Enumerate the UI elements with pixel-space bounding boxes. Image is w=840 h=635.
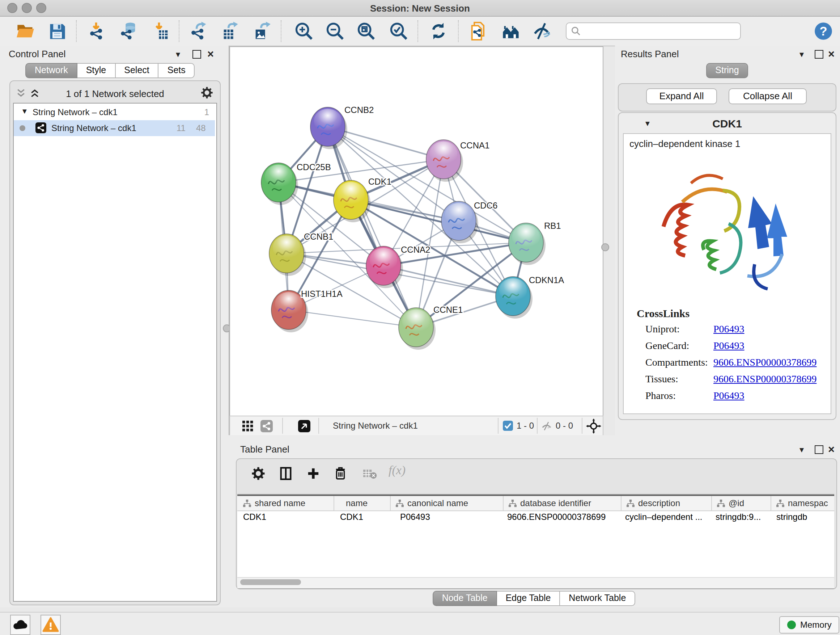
table-panel-close-icon[interactable]: ✕ xyxy=(828,445,835,455)
network-tree-child-row[interactable]: String Network – cdk1 11 48 xyxy=(14,120,215,136)
zoom-in-icon[interactable] xyxy=(294,22,313,41)
tab-style[interactable]: Style xyxy=(77,63,116,78)
network-status-dot xyxy=(19,125,25,131)
control-panel-menu-icon[interactable]: ▾ xyxy=(176,49,180,59)
network-node-CCNB1[interactable]: CCNB1 xyxy=(269,232,333,276)
title-bar: Session: New Session xyxy=(0,0,840,17)
cloud-button[interactable] xyxy=(10,615,30,635)
tab-network-table[interactable]: Network Table xyxy=(559,591,635,606)
crosslinks-title: CrossLinks xyxy=(637,308,690,320)
tree-expand-icon[interactable]: ▼ xyxy=(21,107,28,115)
crosslink-link[interactable]: P06493 xyxy=(714,390,745,402)
network-node-CCNA1[interactable]: CCNA1 xyxy=(426,140,489,182)
network-node-HIST1H1A[interactable]: HIST1H1A xyxy=(271,289,343,333)
crosslink-link[interactable]: P06493 xyxy=(714,340,745,352)
expand-all-button[interactable]: Expand All xyxy=(646,88,717,104)
right-splitter-handle[interactable] xyxy=(601,243,609,251)
cell-namespace: stringdb xyxy=(776,512,831,522)
tab-select[interactable]: Select xyxy=(115,63,159,78)
cell-database-identifier: 9606.ENSP00000378699 xyxy=(507,512,617,522)
network-node-CCNA2[interactable]: CCNA2 xyxy=(366,245,430,288)
column-header[interactable]: description xyxy=(638,498,707,508)
import-database-icon[interactable] xyxy=(119,22,138,41)
network-node-CDK1[interactable]: CDK1 xyxy=(333,177,392,222)
memory-button[interactable]: Memory xyxy=(779,616,840,633)
import-network-icon[interactable] xyxy=(88,22,107,41)
crosslink-link[interactable]: 9606.ENSP00000378699 xyxy=(714,357,816,369)
crosslink-label: Tissues: xyxy=(645,374,678,385)
column-header[interactable]: namespac xyxy=(788,498,833,508)
hide-selected-icon[interactable] xyxy=(532,22,551,41)
import-table-icon[interactable] xyxy=(152,22,171,41)
zoom-out-icon[interactable] xyxy=(325,22,344,41)
fit-content-crosshair-icon[interactable] xyxy=(586,418,601,434)
table-header-row: shared name name canonical name database… xyxy=(237,494,834,511)
zoom-fit-icon[interactable] xyxy=(357,22,376,41)
crosslink-link[interactable]: 9606.ENSP00000378699 xyxy=(714,374,816,385)
network-view-icon[interactable] xyxy=(261,420,273,432)
main-toolbar: ? xyxy=(0,17,840,46)
string-import-icon[interactable] xyxy=(469,22,488,41)
export-image-icon[interactable] xyxy=(253,22,271,41)
control-panel-float-icon[interactable] xyxy=(193,50,201,59)
help-icon[interactable]: ? xyxy=(814,22,833,41)
column-header[interactable]: shared name xyxy=(255,498,331,508)
network-node-RB1[interactable]: RB1 xyxy=(508,221,561,265)
shared-column-icon xyxy=(776,500,784,508)
save-session-icon[interactable] xyxy=(48,22,66,41)
table-hscrollbar[interactable] xyxy=(237,577,834,587)
create-column-icon[interactable] xyxy=(306,466,321,481)
table-settings-gear-icon[interactable] xyxy=(251,466,265,481)
network-node-CDKN1A[interactable]: CDKN1A xyxy=(496,275,564,318)
export-table-icon[interactable] xyxy=(221,22,240,41)
table-panel-title: Table Panel xyxy=(240,444,289,455)
search-input[interactable] xyxy=(584,24,739,38)
network-node-CCNE1[interactable]: CCNE1 xyxy=(399,305,463,350)
crosslink-link[interactable]: P06493 xyxy=(714,324,745,335)
netbar-separator xyxy=(282,418,283,434)
table-panel-menu-icon[interactable]: ▾ xyxy=(799,445,804,455)
results-panel-close-icon[interactable]: ✕ xyxy=(828,49,835,59)
delete-column-icon[interactable] xyxy=(333,466,348,481)
node-label-RB1: RB1 xyxy=(544,221,561,231)
tab-sets[interactable]: Sets xyxy=(158,63,195,78)
hidden-eye-icon[interactable] xyxy=(541,421,552,432)
column-header[interactable]: canonical name xyxy=(407,498,498,508)
node-label-CDKN1A: CDKN1A xyxy=(529,275,564,285)
protein-details: cyclin–dependent kinase 1 CrossLinks xyxy=(623,133,831,414)
warnings-button[interactable] xyxy=(41,615,61,635)
tab-edge-table[interactable]: Edge Table xyxy=(496,591,561,606)
column-header[interactable]: database identifier xyxy=(520,498,616,508)
zoom-selected-icon[interactable] xyxy=(389,22,408,41)
network-options-gear-icon[interactable] xyxy=(201,86,213,99)
network-canvas[interactable]: CCNB2CCNA1CDC25BCDK1CDC6RB1CCNB1CCNA2CDK… xyxy=(229,46,603,417)
netbar-separator xyxy=(318,418,319,434)
results-panel-menu-icon[interactable]: ▾ xyxy=(799,49,804,59)
tab-string[interactable]: String xyxy=(706,63,748,78)
table-panel-float-icon[interactable] xyxy=(815,445,823,454)
column-header[interactable]: name xyxy=(346,498,388,508)
grid-view-icon[interactable] xyxy=(242,421,253,432)
open-session-icon[interactable] xyxy=(16,22,35,41)
collapse-all-button[interactable]: Collapse All xyxy=(729,88,807,104)
column-header[interactable]: @id xyxy=(729,498,766,508)
network-node-CDC6[interactable]: CDC6 xyxy=(441,201,497,243)
network-tree-root-row[interactable]: ▼ String Network – cdk1 1 xyxy=(14,105,215,120)
network-node-CCNB2[interactable]: CCNB2 xyxy=(310,105,374,149)
control-panel-close-icon[interactable]: ✕ xyxy=(207,49,214,59)
tab-network[interactable]: Network xyxy=(25,63,77,78)
network-tab-body: 1 of 1 Network selected ▼ String Network… xyxy=(9,80,221,605)
show-columns-icon[interactable] xyxy=(279,466,293,481)
first-neighbors-icon[interactable] xyxy=(501,22,520,41)
tab-node-table[interactable]: Node Table xyxy=(433,591,497,606)
table-panel: Table Panel ▾ ✕ f(x) shared name name xyxy=(229,435,840,608)
export-network-icon[interactable] xyxy=(189,22,208,41)
selected-checkbox-icon[interactable] xyxy=(503,421,513,431)
delete-table-icon-disabled xyxy=(363,469,377,479)
network-node-CDC25B[interactable]: CDC25B xyxy=(261,162,331,205)
birds-eye-view-icon[interactable] xyxy=(298,420,310,432)
results-panel-float-icon[interactable] xyxy=(815,50,823,59)
refresh-icon[interactable] xyxy=(429,22,448,41)
table-row[interactable]: CDK1 CDK1 P06493 9606.ENSP00000378699 cy… xyxy=(237,510,834,524)
table-hscrollbar-thumb[interactable] xyxy=(240,579,301,585)
